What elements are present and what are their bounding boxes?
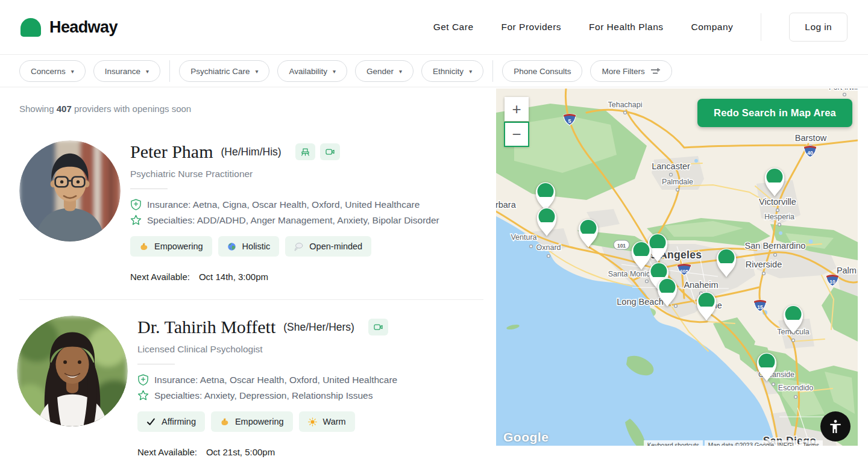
in-person-chair-icon bbox=[295, 143, 315, 160]
specialties-star-icon bbox=[130, 214, 142, 226]
map-data-text: Map data ©2023 Google, INEGI bbox=[705, 440, 797, 446]
svg-text:Victorville: Victorville bbox=[759, 197, 796, 207]
thought-bubble-icon bbox=[294, 242, 303, 251]
filter-gender[interactable]: Gender▾ bbox=[355, 60, 414, 82]
flex-icon bbox=[220, 417, 229, 426]
google-logo: Google bbox=[503, 430, 549, 445]
terms-link[interactable]: Terms bbox=[799, 440, 823, 446]
specialties-list: Specialties: ADD/ADHD, Anger Management,… bbox=[147, 215, 439, 226]
filter-insurance[interactable]: Insurance▾ bbox=[93, 60, 160, 82]
svg-text:Fort Irwin: Fort Irwin bbox=[829, 89, 858, 92]
card-separator bbox=[19, 299, 483, 300]
svg-text:Ventura: Ventura bbox=[511, 233, 536, 242]
keyboard-shortcuts-link[interactable]: Keyboard shortcuts bbox=[644, 440, 703, 446]
provider-results-list: Showing 407 providers with openings soon bbox=[0, 87, 496, 468]
next-available-label: Next Available: bbox=[130, 272, 190, 282]
provider-info: Dr. Tahirih Moffett (She/Her/Hers) Licen… bbox=[137, 316, 397, 457]
filter-concerns[interactable]: Concerns▾ bbox=[19, 60, 86, 82]
svg-text:Santa Barbara: Santa Barbara bbox=[496, 200, 517, 210]
chevron-down-icon: ▾ bbox=[71, 68, 74, 75]
svg-text:10: 10 bbox=[829, 279, 835, 285]
provider-pronouns: (She/Her/Hers) bbox=[283, 321, 354, 334]
trait-badge: Empowering bbox=[130, 236, 212, 257]
svg-text:Riverside: Riverside bbox=[746, 260, 782, 269]
zoom-in-button[interactable]: + bbox=[505, 97, 529, 121]
nav-divider bbox=[761, 13, 761, 41]
provider-pronouns: (He/Him/His) bbox=[221, 146, 281, 158]
headway-logo[interactable]: Headway bbox=[20, 18, 118, 37]
filter-availability[interactable]: Availability▾ bbox=[277, 60, 347, 82]
next-available-value: Oct 14th, 3:00pm bbox=[199, 272, 268, 282]
next-available-label: Next Available: bbox=[137, 447, 197, 457]
accessibility-icon bbox=[828, 419, 843, 434]
brand-name: Headway bbox=[49, 18, 118, 37]
svg-text:Hesperia: Hesperia bbox=[764, 213, 794, 221]
insurance-list: Insurance: Aetna, Cigna, Oscar Health, O… bbox=[147, 199, 420, 210]
svg-text:San Bernardino: San Bernardino bbox=[745, 241, 806, 251]
map-zoom-controls: + − bbox=[505, 97, 529, 146]
insurance-shield-icon bbox=[137, 374, 149, 385]
top-navigation-bar: Headway Get Care For Providers For Healt… bbox=[0, 0, 868, 55]
results-count: 407 bbox=[57, 104, 72, 114]
svg-text:Palmdale: Palmdale bbox=[662, 178, 693, 186]
divider bbox=[130, 189, 168, 189]
filter-psychiatric-care[interactable]: Psychiatric Care▾ bbox=[179, 60, 269, 82]
nav-for-providers[interactable]: For Providers bbox=[502, 22, 562, 33]
svg-text:5: 5 bbox=[568, 118, 571, 124]
provider-title: Psychiatric Nurse Practitioner bbox=[130, 169, 439, 179]
svg-text:Palm Springs: Palm Springs bbox=[837, 266, 858, 275]
flex-icon bbox=[139, 242, 148, 251]
provider-name[interactable]: Dr. Tahirih Moffett bbox=[137, 317, 275, 337]
chevron-down-icon: ▾ bbox=[255, 68, 258, 75]
svg-text:15: 15 bbox=[757, 304, 763, 310]
check-icon bbox=[146, 417, 156, 426]
accessibility-button[interactable] bbox=[820, 411, 851, 441]
primary-nav: Get Care For Providers For Health Plans … bbox=[433, 13, 848, 42]
chevron-down-icon: ▾ bbox=[469, 68, 472, 75]
specialties-star-icon bbox=[137, 390, 149, 401]
provider-photo[interactable] bbox=[19, 140, 121, 242]
filter-ethnicity[interactable]: Ethnicity▾ bbox=[421, 60, 483, 82]
map[interactable]: Fort Irwin Tehachapi Barstow Lancaster P… bbox=[496, 89, 858, 446]
chevron-down-icon: ▾ bbox=[146, 68, 149, 75]
svg-text:Anaheim: Anaheim bbox=[684, 280, 718, 290]
zoom-out-button[interactable]: − bbox=[505, 122, 529, 146]
svg-text:40: 40 bbox=[807, 150, 813, 156]
filter-group-divider bbox=[169, 60, 170, 82]
nav-for-health-plans[interactable]: For Health Plans bbox=[589, 22, 663, 33]
svg-text:605: 605 bbox=[680, 269, 688, 274]
svg-text:Escondido: Escondido bbox=[778, 384, 813, 392]
filter-lines-icon bbox=[650, 67, 661, 75]
video-camera-icon bbox=[320, 143, 340, 160]
svg-text:Long Beach: Long Beach bbox=[617, 297, 663, 307]
login-button[interactable]: Log in bbox=[789, 13, 848, 42]
map-attribution: Keyboard shortcuts Map data ©2023 Google… bbox=[644, 440, 823, 446]
globe-icon bbox=[227, 242, 236, 251]
filter-more-filters[interactable]: More Filters bbox=[590, 60, 671, 82]
nav-get-care[interactable]: Get Care bbox=[433, 22, 474, 33]
filter-bar: Concerns▾ Insurance▾ Psychiatric Care▾ A… bbox=[0, 55, 868, 87]
provider-info: Peter Pham (He/Him/His) bbox=[130, 140, 439, 282]
video-camera-icon bbox=[368, 319, 388, 335]
svg-text:Oxnard: Oxnard bbox=[536, 243, 561, 252]
svg-text:101: 101 bbox=[617, 243, 626, 249]
provider-photo[interactable] bbox=[17, 316, 128, 426]
svg-text:Tehachapi: Tehachapi bbox=[608, 101, 643, 109]
redo-search-button[interactable]: Redo Search in Map Area bbox=[697, 99, 852, 127]
trait-badge: Empowering bbox=[211, 411, 293, 432]
headway-logo-icon bbox=[20, 18, 41, 37]
provider-name[interactable]: Peter Pham bbox=[130, 142, 213, 162]
filter-phone-consults[interactable]: Phone Consults bbox=[502, 60, 582, 82]
provider-card: Dr. Tahirih Moffett (She/Her/Hers) Licen… bbox=[19, 316, 496, 457]
chevron-down-icon: ▾ bbox=[333, 68, 336, 75]
svg-text:Santa Monica: Santa Monica bbox=[608, 270, 654, 278]
nav-company[interactable]: Company bbox=[691, 22, 734, 33]
filter-group-divider bbox=[492, 60, 493, 82]
chevron-down-icon: ▾ bbox=[399, 68, 402, 75]
next-available-value: Oct 21st, 5:00pm bbox=[206, 447, 275, 457]
insurance-shield-icon bbox=[130, 199, 142, 210]
sun-icon bbox=[308, 417, 317, 426]
svg-text:Barstow: Barstow bbox=[795, 133, 827, 143]
trait-badge: Open-minded bbox=[285, 236, 371, 257]
provider-card: Peter Pham (He/Him/His) bbox=[19, 140, 496, 282]
